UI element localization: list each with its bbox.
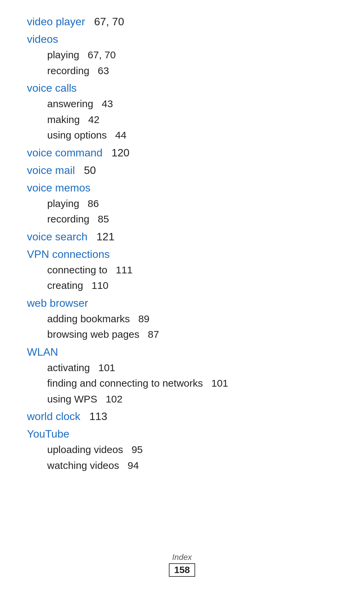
index-subentry: creating 110 [27, 278, 337, 294]
index-term: voice command 120 [27, 145, 337, 161]
page-num: 42 [88, 114, 99, 125]
index-subentry: activating 101 [27, 360, 337, 376]
index-term: voice mail 50 [27, 162, 337, 178]
index-term: voice calls [27, 80, 337, 96]
index-entry-group: world clock 113 [27, 408, 337, 424]
index-subentry: using WPS 102 [27, 391, 337, 407]
index-term: YouTube [27, 426, 337, 442]
index-subentry: making 42 [27, 112, 337, 128]
page-num: 67, 70 [94, 16, 124, 28]
page-num: 63 [98, 65, 109, 76]
page-num: 121 [96, 231, 114, 243]
index-term: WLAN [27, 344, 337, 360]
index-content: video player 67, 70videosplaying 67, 70r… [27, 13, 337, 473]
index-term: voice search 121 [27, 229, 337, 245]
page-num: 110 [92, 280, 109, 291]
page-num: 102 [105, 393, 122, 405]
page-num: 87 [148, 329, 159, 340]
index-entry-group: WLANactivating 101finding and connecting… [27, 344, 337, 407]
index-subentry: recording 85 [27, 211, 337, 227]
index-term: VPN connections [27, 246, 337, 262]
index-subentry: playing 86 [27, 196, 337, 212]
index-entry-group: voice search 121 [27, 229, 337, 245]
index-subentry: browsing web pages 87 [27, 327, 337, 342]
index-subentry: recording 63 [27, 63, 337, 79]
index-term: world clock 113 [27, 408, 337, 424]
footer-page-number: 158 [169, 563, 195, 577]
page-num: 95 [131, 444, 143, 455]
index-entry-group: voice callsanswering 43making 42using op… [27, 80, 337, 143]
page-num: 86 [88, 198, 99, 209]
index-subentry: uploading videos 95 [27, 442, 337, 458]
index-subentry: adding bookmarks 89 [27, 311, 337, 327]
index-subentry: connecting to 111 [27, 262, 337, 278]
index-subentry: finding and connecting to networks 101 [27, 376, 337, 391]
page-num: 89 [138, 313, 149, 324]
index-entry-group: voice memosplaying 86recording 85 [27, 180, 337, 227]
page-num: 111 [116, 264, 132, 275]
index-subentry: playing 67, 70 [27, 47, 337, 63]
page-num: 113 [89, 410, 107, 422]
index-entry-group: YouTubeuploading videos 95watching video… [27, 426, 337, 473]
index-term: web browser [27, 295, 337, 311]
page-num: 44 [115, 129, 126, 141]
index-entry-group: web browseradding bookmarks 89browsing w… [27, 295, 337, 342]
index-entry-group: voice command 120 [27, 145, 337, 161]
index-subentry: answering 43 [27, 96, 337, 112]
page-num: 50 [84, 164, 96, 176]
page-num: 85 [98, 213, 109, 225]
index-entry-group: voice mail 50 [27, 162, 337, 178]
page-num: 67, 70 [88, 49, 116, 60]
index-term: video player 67, 70 [27, 13, 337, 30]
index-subentry: using options 44 [27, 127, 337, 143]
index-term: videos [27, 31, 337, 47]
index-subentry: watching videos 94 [27, 458, 337, 474]
index-term: voice memos [27, 180, 337, 196]
index-entry-group: VPN connectionsconnecting to 111creating… [27, 246, 337, 294]
index-entry-group: video player 67, 70 [27, 13, 337, 30]
footer-label: Index [0, 553, 364, 562]
page-num: 94 [127, 460, 139, 471]
page-num: 101 [211, 378, 228, 389]
page-num: 120 [112, 147, 129, 159]
page-footer: Index 158 [0, 553, 364, 577]
page-num: 43 [102, 98, 113, 109]
page-num: 101 [98, 362, 115, 373]
index-entry-group: videosplaying 67, 70recording 63 [27, 31, 337, 79]
